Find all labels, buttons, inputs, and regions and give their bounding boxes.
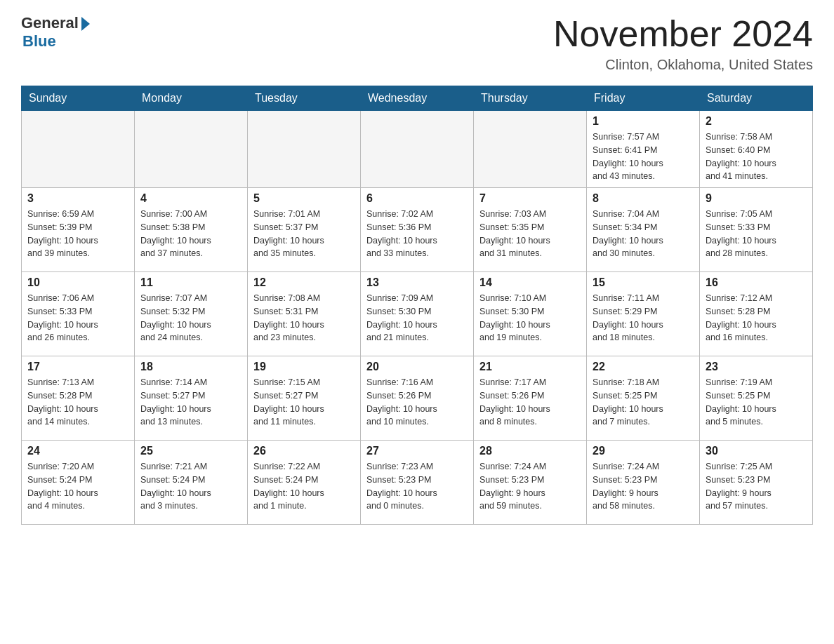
week-row-1: 3Sunrise: 6:59 AM Sunset: 5:39 PM Daylig…: [22, 188, 813, 272]
table-row: [135, 111, 248, 188]
day-info: Sunrise: 7:22 AM Sunset: 5:24 PM Dayligh…: [253, 460, 355, 513]
day-number: 24: [27, 445, 128, 457]
table-row: 19Sunrise: 7:15 AM Sunset: 5:27 PM Dayli…: [248, 356, 361, 441]
day-info: Sunrise: 7:00 AM Sunset: 5:38 PM Dayligh…: [140, 208, 241, 260]
location-title: Clinton, Oklahoma, United States: [553, 57, 813, 73]
day-number: 9: [706, 192, 807, 205]
day-number: 5: [253, 192, 355, 205]
header-saturday: Saturday: [700, 86, 813, 111]
table-row: 14Sunrise: 7:10 AM Sunset: 5:30 PM Dayli…: [474, 272, 587, 356]
day-info: Sunrise: 7:04 AM Sunset: 5:34 PM Dayligh…: [593, 208, 694, 260]
day-info: Sunrise: 7:58 AM Sunset: 6:40 PM Dayligh…: [706, 130, 807, 183]
header-sunday: Sunday: [22, 86, 135, 111]
day-number: 4: [140, 192, 241, 205]
month-title: November 2024: [553, 14, 813, 54]
header-monday: Monday: [135, 86, 248, 111]
day-info: Sunrise: 7:12 AM Sunset: 5:28 PM Dayligh…: [706, 292, 807, 344]
table-row: 25Sunrise: 7:21 AM Sunset: 5:24 PM Dayli…: [135, 441, 248, 525]
table-row: 9Sunrise: 7:05 AM Sunset: 5:33 PM Daylig…: [700, 188, 813, 272]
header-row: SundayMondayTuesdayWednesdayThursdayFrid…: [22, 86, 813, 111]
day-number: 27: [366, 445, 468, 457]
table-row: 1Sunrise: 7:57 AM Sunset: 6:41 PM Daylig…: [587, 111, 700, 188]
day-number: 12: [253, 276, 355, 289]
day-info: Sunrise: 7:01 AM Sunset: 5:37 PM Dayligh…: [253, 208, 355, 260]
week-row-2: 10Sunrise: 7:06 AM Sunset: 5:33 PM Dayli…: [22, 272, 813, 356]
day-number: 29: [593, 445, 694, 457]
day-number: 19: [253, 361, 355, 373]
table-row: 13Sunrise: 7:09 AM Sunset: 5:30 PM Dayli…: [361, 272, 474, 356]
table-row: 28Sunrise: 7:24 AM Sunset: 5:23 PM Dayli…: [474, 441, 587, 525]
table-row: 21Sunrise: 7:17 AM Sunset: 5:26 PM Dayli…: [474, 356, 587, 441]
table-row: 7Sunrise: 7:03 AM Sunset: 5:35 PM Daylig…: [474, 188, 587, 272]
day-number: 10: [27, 276, 128, 289]
table-row: 15Sunrise: 7:11 AM Sunset: 5:29 PM Dayli…: [587, 272, 700, 356]
day-info: Sunrise: 7:03 AM Sunset: 5:35 PM Dayligh…: [479, 208, 581, 260]
day-info: Sunrise: 7:19 AM Sunset: 5:25 PM Dayligh…: [706, 376, 807, 429]
table-row: 5Sunrise: 7:01 AM Sunset: 5:37 PM Daylig…: [248, 188, 361, 272]
day-info: Sunrise: 7:25 AM Sunset: 5:23 PM Dayligh…: [706, 460, 807, 513]
day-number: 14: [479, 276, 581, 289]
logo-blue-text: Blue: [22, 32, 56, 51]
table-row: 4Sunrise: 7:00 AM Sunset: 5:38 PM Daylig…: [135, 188, 248, 272]
table-row: 23Sunrise: 7:19 AM Sunset: 5:25 PM Dayli…: [700, 356, 813, 441]
day-number: 15: [593, 276, 694, 289]
table-row: 8Sunrise: 7:04 AM Sunset: 5:34 PM Daylig…: [587, 188, 700, 272]
table-row: 11Sunrise: 7:07 AM Sunset: 5:32 PM Dayli…: [135, 272, 248, 356]
day-info: Sunrise: 7:02 AM Sunset: 5:36 PM Dayligh…: [366, 208, 468, 260]
header-tuesday: Tuesday: [248, 86, 361, 111]
header-thursday: Thursday: [474, 86, 587, 111]
day-info: Sunrise: 7:23 AM Sunset: 5:23 PM Dayligh…: [366, 460, 468, 513]
week-row-4: 24Sunrise: 7:20 AM Sunset: 5:24 PM Dayli…: [22, 441, 813, 525]
day-number: 7: [479, 192, 581, 205]
header-wednesday: Wednesday: [361, 86, 474, 111]
day-info: Sunrise: 7:57 AM Sunset: 6:41 PM Dayligh…: [593, 130, 694, 183]
day-info: Sunrise: 6:59 AM Sunset: 5:39 PM Dayligh…: [27, 208, 128, 260]
day-number: 13: [366, 276, 468, 289]
day-number: 17: [27, 361, 128, 373]
table-row: 27Sunrise: 7:23 AM Sunset: 5:23 PM Dayli…: [361, 441, 474, 525]
table-row: [22, 111, 135, 188]
table-row: [361, 111, 474, 188]
day-info: Sunrise: 7:18 AM Sunset: 5:25 PM Dayligh…: [593, 376, 694, 429]
day-info: Sunrise: 7:08 AM Sunset: 5:31 PM Dayligh…: [253, 292, 355, 344]
header-friday: Friday: [587, 86, 700, 111]
table-row: 18Sunrise: 7:14 AM Sunset: 5:27 PM Dayli…: [135, 356, 248, 441]
table-row: [248, 111, 361, 188]
title-block: November 2024 Clinton, Oklahoma, United …: [553, 14, 813, 73]
day-info: Sunrise: 7:09 AM Sunset: 5:30 PM Dayligh…: [366, 292, 468, 344]
table-row: 3Sunrise: 6:59 AM Sunset: 5:39 PM Daylig…: [22, 188, 135, 272]
day-info: Sunrise: 7:15 AM Sunset: 5:27 PM Dayligh…: [253, 376, 355, 429]
table-row: 16Sunrise: 7:12 AM Sunset: 5:28 PM Dayli…: [700, 272, 813, 356]
week-row-3: 17Sunrise: 7:13 AM Sunset: 5:28 PM Dayli…: [22, 356, 813, 441]
day-info: Sunrise: 7:16 AM Sunset: 5:26 PM Dayligh…: [366, 376, 468, 429]
table-row: 22Sunrise: 7:18 AM Sunset: 5:25 PM Dayli…: [587, 356, 700, 441]
table-row: 2Sunrise: 7:58 AM Sunset: 6:40 PM Daylig…: [700, 111, 813, 188]
day-info: Sunrise: 7:05 AM Sunset: 5:33 PM Dayligh…: [706, 208, 807, 260]
day-number: 16: [706, 276, 807, 289]
day-number: 21: [479, 361, 581, 373]
day-info: Sunrise: 7:20 AM Sunset: 5:24 PM Dayligh…: [27, 460, 128, 513]
day-number: 6: [366, 192, 468, 205]
calendar-table: SundayMondayTuesdayWednesdayThursdayFrid…: [21, 86, 813, 525]
day-number: 30: [706, 445, 807, 457]
day-number: 23: [706, 361, 807, 373]
day-info: Sunrise: 7:13 AM Sunset: 5:28 PM Dayligh…: [27, 376, 128, 429]
day-number: 28: [479, 445, 581, 457]
logo-general-text: General: [21, 14, 79, 32]
table-row: 30Sunrise: 7:25 AM Sunset: 5:23 PM Dayli…: [700, 441, 813, 525]
day-number: 11: [140, 276, 241, 289]
day-info: Sunrise: 7:06 AM Sunset: 5:33 PM Dayligh…: [27, 292, 128, 344]
day-number: 25: [140, 445, 241, 457]
day-info: Sunrise: 7:17 AM Sunset: 5:26 PM Dayligh…: [479, 376, 581, 429]
logo-arrow-icon: [81, 17, 90, 31]
week-row-0: 1Sunrise: 7:57 AM Sunset: 6:41 PM Daylig…: [22, 111, 813, 188]
day-info: Sunrise: 7:24 AM Sunset: 5:23 PM Dayligh…: [479, 460, 581, 513]
day-number: 22: [593, 361, 694, 373]
table-row: 12Sunrise: 7:08 AM Sunset: 5:31 PM Dayli…: [248, 272, 361, 356]
day-number: 20: [366, 361, 468, 373]
table-row: 26Sunrise: 7:22 AM Sunset: 5:24 PM Dayli…: [248, 441, 361, 525]
day-info: Sunrise: 7:21 AM Sunset: 5:24 PM Dayligh…: [140, 460, 241, 513]
table-row: 17Sunrise: 7:13 AM Sunset: 5:28 PM Dayli…: [22, 356, 135, 441]
table-row: [474, 111, 587, 188]
day-number: 2: [706, 115, 807, 128]
